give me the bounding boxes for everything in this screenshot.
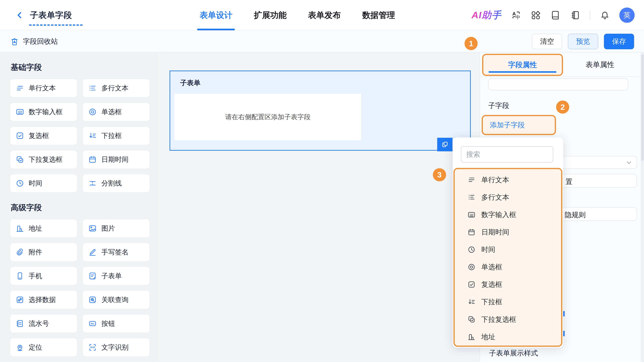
chevron-down-icon (625, 159, 633, 167)
svg-text:Btn: Btn (91, 323, 94, 325)
field-type-option-5[interactable]: 时间 (455, 241, 561, 258)
add-subfield-dropdown: 单行文本多行文本123数字输入框日期时间时间单选框复选框下拉框下拉复选框地址 (453, 137, 563, 348)
preview-button[interactable]: 预览 (568, 34, 598, 49)
palette-basic-field-2[interactable]: 多行文本 (82, 79, 150, 98)
svg-text:A: A (512, 11, 516, 16)
panel-scrollbar[interactable] (641, 52, 644, 362)
button-field-icon: Btn (88, 319, 97, 328)
datetime-icon (88, 155, 97, 164)
palette-advanced-field-8[interactable]: 关联查询 (82, 290, 150, 309)
header: 子表单字段 表单设计扩展功能表单发布数据管理 AI助手 A中英 (0, 0, 644, 30)
field-type-option-3[interactable]: 123数字输入框 (455, 206, 561, 223)
field-type-option-9[interactable]: 下拉复选框 (455, 311, 561, 328)
palette-advanced-field-6[interactable]: 子表单 (82, 267, 150, 285)
recycle-bin-button[interactable]: 字段回收站 (10, 30, 58, 52)
divider-line-icon (88, 179, 97, 188)
palette-basic-field-7[interactable]: 下拉复选框 (10, 150, 77, 169)
field-type-option-label: 数字输入框 (481, 210, 516, 219)
search-input[interactable] (461, 146, 553, 163)
field-card-label: 文字识别 (102, 343, 129, 352)
field-type-option-label: 多行文本 (481, 193, 509, 202)
palette-basic-field-5[interactable]: 复选框 (10, 126, 77, 145)
checkbox-icon (16, 131, 24, 140)
field-card-label: 手机 (29, 271, 42, 281)
field-type-option-label: 单行文本 (481, 175, 509, 185)
palette-basic-field-3[interactable]: 123数字输入框 (10, 103, 77, 121)
nav-tab-2[interactable]: 扩展功能 (254, 0, 286, 30)
field-type-option-10[interactable]: 地址 (455, 328, 561, 346)
address-icon (468, 333, 476, 341)
dropdown-icon (468, 298, 476, 306)
page-title: 子表单字段 (30, 10, 72, 19)
signature-icon (88, 248, 97, 256)
scrollbar-thumb[interactable] (641, 54, 644, 161)
toolbar-buttons: 清空 预览 保存 (532, 34, 634, 49)
recycle-bin-icon (10, 37, 19, 46)
add-subfield-button[interactable]: 添加子字段 (482, 115, 556, 135)
nav-tab-3[interactable]: 表单发布 (308, 0, 341, 30)
field-card-label: 复选框 (29, 131, 49, 140)
step-badge-2: 2 (556, 100, 569, 114)
palette-basic-field-9[interactable]: 时间 (10, 174, 77, 193)
palette-basic-field-4[interactable]: 单选框 (82, 103, 150, 121)
number-input-icon: 123 (468, 211, 476, 219)
palette-advanced-field-4[interactable]: 手写签名 (82, 243, 150, 262)
back-icon[interactable] (16, 11, 24, 19)
palette-advanced-field-10[interactable]: Btn按钮 (82, 314, 150, 333)
field-card-label: 下拉复选框 (29, 155, 62, 164)
clear-button[interactable]: 清空 (532, 34, 562, 49)
field-card-label: 图片 (102, 224, 115, 233)
ai-assistant-button[interactable]: AI助手 (472, 9, 502, 22)
field-type-option-8[interactable]: 下拉框 (455, 293, 561, 311)
apps-icon (531, 10, 541, 20)
recycle-bin-label: 字段回收站 (23, 37, 58, 46)
book-icon-button[interactable] (550, 10, 561, 20)
tab-form-properties[interactable]: 表单属性 (576, 52, 625, 77)
palette-basic-field-10[interactable]: 分割线 (82, 174, 150, 193)
phone-icon (16, 272, 24, 280)
step-badge-1: 1 (464, 37, 478, 50)
field-card-label: 手写签名 (102, 248, 129, 257)
multi-line-text-icon (88, 84, 97, 92)
save-button[interactable]: 保存 (604, 34, 634, 49)
single-line-text-icon (468, 176, 476, 184)
duplicate-field-button[interactable] (437, 138, 452, 151)
selected-subform-field[interactable]: 子表单 请在右侧配置区添加子表字段 (170, 70, 470, 151)
display-style-label: 子表单展示样式 (489, 349, 538, 358)
palette-basic-field-6[interactable]: 下拉框 (82, 126, 150, 145)
palette-basic-field-8[interactable]: 日期时间 (82, 150, 150, 169)
tab-field-properties[interactable]: 字段属性 (482, 54, 563, 76)
translate-icon-button[interactable]: A中 (511, 10, 521, 20)
location-icon (16, 343, 24, 352)
field-card-label: 选择数据 (29, 295, 56, 304)
field-type-option-7[interactable]: 复选框 (455, 276, 561, 293)
nav-tab-4[interactable]: 数据管理 (362, 0, 395, 30)
nav-tab-1[interactable]: 表单设计 (200, 0, 232, 30)
palette-advanced-field-3[interactable]: 附件 (10, 243, 77, 262)
bell-icon-button[interactable] (600, 10, 610, 20)
field-card-label: 子表单 (102, 271, 122, 281)
subform-field-label: 子表单 (180, 78, 200, 87)
number-input-icon: 123 (16, 108, 24, 116)
field-type-option-2[interactable]: 多行文本 (455, 189, 561, 206)
field-type-option-6[interactable]: 单选框 (455, 258, 561, 276)
field-type-option-1[interactable]: 单行文本 (455, 171, 561, 189)
field-card-label: 单行文本 (29, 83, 56, 93)
select-data-icon (16, 296, 24, 304)
field-type-option-label: 地址 (481, 332, 495, 342)
palette-advanced-field-11[interactable]: 定位 (10, 338, 77, 357)
apps-icon-button[interactable] (531, 10, 541, 20)
palette-advanced-field-7[interactable]: 选择数据 (10, 290, 77, 309)
palette-advanced-field-12[interactable]: OCR文字识别 (82, 338, 150, 357)
address-icon (16, 224, 24, 233)
field-title-input[interactable] (488, 78, 628, 90)
palette-advanced-field-5[interactable]: 手机 (10, 267, 77, 285)
palette-advanced-field-9[interactable]: 流水号 (10, 314, 77, 333)
field-type-option-4[interactable]: 日期时间 (455, 223, 561, 241)
title-dotted-underline (29, 24, 82, 26)
palette-basic-field-1[interactable]: 单行文本 (10, 79, 77, 98)
ledger-icon-button[interactable] (570, 10, 580, 20)
palette-advanced-field-2[interactable]: 图片 (82, 219, 150, 238)
avatar[interactable]: 英 (619, 7, 634, 23)
palette-advanced-field-1[interactable]: 地址 (10, 219, 77, 238)
